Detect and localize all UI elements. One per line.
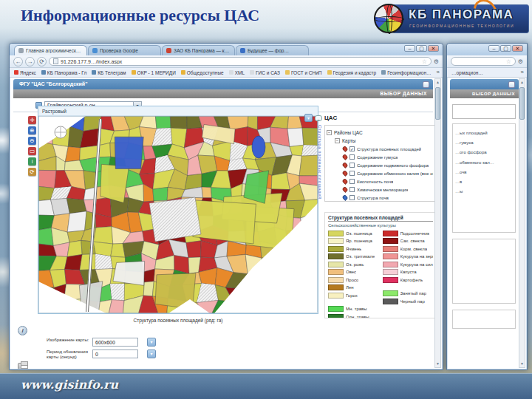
window-titlebar[interactable]: – ▢ ✕: [447, 44, 527, 55]
legend-row: Капуста: [383, 268, 434, 276]
browser-tab[interactable]: Будущее — фор…: [236, 45, 309, 55]
map-tool-icon[interactable]: ⟳: [28, 168, 36, 176]
layer-checkbox[interactable]: [349, 195, 355, 200]
legend-label: Подсолнечник: [400, 231, 430, 236]
legend-subtitle: Сельскохозяйственные культуры: [328, 223, 433, 228]
address-bar[interactable]: ☆: [451, 57, 516, 66]
scroll-up-icon[interactable]: ▲: [520, 79, 524, 86]
legend-row: Кукуруза на зерно: [383, 253, 434, 261]
scrollbar-thumb[interactable]: [435, 87, 440, 120]
bookmark-label: ОКР - 1 МЕРИДИ: [137, 70, 176, 75]
legend-column-left: Оз. пшеница Яр. пшеница Ячмень: [328, 230, 379, 319]
layer-label[interactable]: Структура посевных площадей: [357, 147, 421, 151]
window-titlebar[interactable]: Главная агрохимическ… Проверка Google ЗА…: [10, 44, 443, 55]
layer-label[interactable]: Кислотность почв: [357, 180, 393, 184]
map-tool-icon[interactable]: i: [28, 157, 36, 166]
bookmark-item[interactable]: Общедоступные: [181, 70, 224, 75]
map-tool-icon[interactable]: ▭: [28, 147, 36, 155]
form-input[interactable]: 0: [92, 349, 138, 358]
bookmark-item[interactable]: КБ Телеграм: [92, 70, 126, 75]
forward-button[interactable]: →: [25, 57, 35, 66]
scroll-up-icon[interactable]: ▲: [436, 79, 440, 86]
address-bar[interactable]: 91.226.177.9…/index.aspx ☆: [49, 57, 432, 66]
bookmark-star-icon[interactable]: ☆: [422, 58, 427, 65]
bookmark-item[interactable]: Геодезия и кадастр: [327, 70, 377, 75]
cadastral-map[interactable]: [38, 116, 318, 313]
tab-title: Будущее — фор…: [248, 48, 289, 53]
form-input[interactable]: 600x600: [92, 338, 138, 347]
form-row: Период обновления карты (секунд) 0 ▾: [47, 349, 156, 360]
maximize-button[interactable]: ▢: [416, 45, 427, 52]
bookmarks-overflow-chevron[interactable]: »: [437, 69, 440, 75]
settings-wrench-icon[interactable]: ⚙: [434, 58, 439, 65]
layer-checkbox[interactable]: [349, 146, 355, 151]
close-button[interactable]: ✕: [512, 45, 523, 52]
header-help-icon[interactable]: [508, 81, 515, 88]
bookmark-item[interactable]: Яндекс: [14, 70, 36, 75]
tree-collapse-icon[interactable]: −: [335, 138, 340, 143]
map-tool-icon[interactable]: ⊖: [28, 137, 36, 145]
form-dropdown-button[interactable]: ▾: [147, 349, 156, 358]
bookmark-item[interactable]: ГОСТ и СНиП: [285, 70, 322, 75]
page-icon: [53, 58, 58, 64]
browser-tab[interactable]: Проверка Google: [88, 45, 161, 55]
layer-label[interactable]: Содержание гумуса: [357, 155, 398, 160]
map-tool-icon[interactable]: ⊕: [28, 126, 36, 134]
scrollbar-thumb[interactable]: [519, 87, 525, 120]
page-scrollbar[interactable]: ▲ ▼: [519, 78, 525, 368]
form-dropdown-button[interactable]: ▾: [147, 338, 156, 347]
layer-checkbox[interactable]: [349, 187, 355, 192]
data-select-bar[interactable]: ВЫБОР ДАННЫХ: [13, 89, 433, 98]
layer-checkbox[interactable]: [349, 171, 355, 176]
bookmark-item[interactable]: Геоинформацион…: [381, 70, 431, 75]
layer-label[interactable]: Химическая мелиорация: [357, 188, 408, 192]
bookmark-item[interactable]: КБ Панорама - Гл: [41, 70, 86, 75]
logo-brand-text: КБ ПАНОРАМА: [409, 7, 514, 22]
legend-label: Кукуруза на зерно: [400, 254, 434, 259]
data-select-bar[interactable]: ВЫБОР ДАННЫХ: [450, 89, 519, 98]
layer-label[interactable]: Содержание подвижного фосфора: [357, 163, 429, 168]
browser-tab[interactable]: ЗАО КБ Панорама — ка…: [162, 45, 235, 55]
info-button[interactable]: i: [18, 326, 27, 335]
maximize-button[interactable]: ▢: [500, 45, 511, 52]
back-button[interactable]: ←: [13, 57, 23, 66]
layer-checkbox[interactable]: [349, 179, 355, 184]
bookmark-favicon: [229, 70, 233, 75]
layer-label[interactable]: Структура почв: [357, 196, 389, 200]
minimize-button[interactable]: –: [404, 45, 415, 52]
reload-button[interactable]: ⟳: [37, 57, 47, 66]
page-scrollbar[interactable]: ▲ ▼: [434, 78, 441, 368]
collapse-panel-button[interactable]: ▾: [304, 114, 313, 122]
tree-collapse-icon[interactable]: −: [327, 130, 332, 135]
layer-select-row: ▾ ЦАС: [304, 114, 337, 122]
text-input[interactable]: [452, 104, 516, 119]
close-button[interactable]: ✕: [428, 45, 439, 52]
tooltip-balloon-icon[interactable]: [315, 115, 322, 121]
browser-tab[interactable]: Главная агрохимическ…: [14, 45, 87, 55]
layer-checkbox[interactable]: [349, 154, 355, 160]
map-layer-tab[interactable]: Растровый: [38, 106, 318, 116]
map-tool-icon[interactable]: ✛: [28, 116, 36, 124]
bookmarks-overflow-chevron[interactable]: »: [521, 69, 524, 75]
bookmark-item[interactable]: ГИС и САЗ: [250, 70, 280, 75]
legend-label: Капуста: [400, 270, 417, 274]
settings-wrench-icon[interactable]: ⚙: [518, 58, 523, 65]
legend-label: Сах. свекла: [400, 239, 425, 243]
minimize-button[interactable]: –: [488, 45, 499, 52]
map-legend: Структура посевных площадей Сельскохозяй…: [324, 212, 437, 318]
scroll-down-icon[interactable]: ▼: [436, 361, 440, 367]
tree-root[interactable]: − Районы ЦАС: [327, 129, 433, 137]
layer-item: Кислотность почв: [327, 177, 433, 185]
layer-checkbox[interactable]: [349, 163, 355, 168]
input-cropped[interactable]: [452, 310, 516, 329]
bookmark-star-icon[interactable]: ☆: [506, 58, 511, 65]
bookmark-label: XML: [235, 70, 245, 75]
printer-icon[interactable]: [18, 363, 28, 369]
bookmark-item[interactable]: XML: [229, 70, 245, 75]
bookmark-item[interactable]: …ормацион…: [451, 70, 483, 75]
tree-group[interactable]: − Карты: [327, 137, 433, 145]
scroll-down-icon[interactable]: ▼: [520, 361, 524, 367]
layer-label[interactable]: Содержание обменного калия (вне обсл.): [357, 171, 433, 176]
header-help-icon[interactable]: [423, 81, 429, 88]
bookmark-item[interactable]: ОКР - 1 МЕРИДИ: [132, 70, 176, 75]
